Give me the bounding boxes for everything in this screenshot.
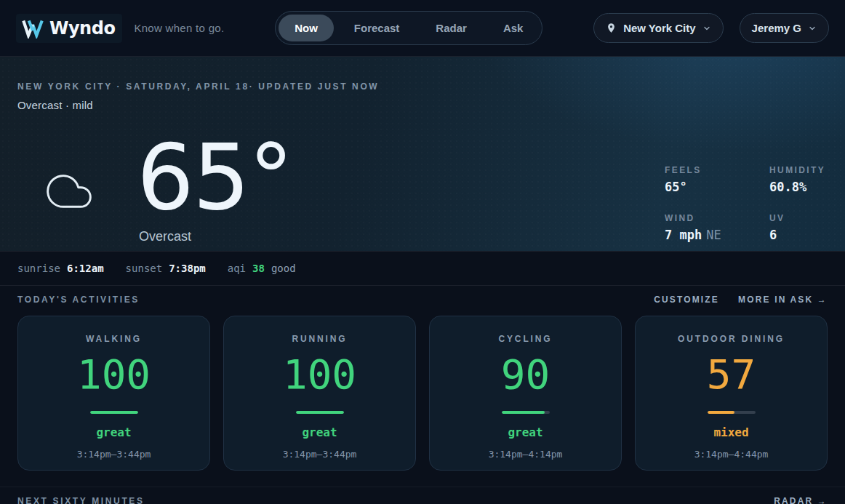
- activity-card-walking[interactable]: WALKING 100 great 3:14pm–3:44pm: [17, 316, 210, 471]
- customize-button[interactable]: CUSTOMIZE: [654, 295, 719, 305]
- location-label: New York City: [623, 22, 695, 34]
- nav-tab-group: Now Forecast Radar Ask: [275, 11, 542, 45]
- activity-card-outdoor-dining[interactable]: OUTDOOR DINING 57 mixed 3:14pm–4:44pm: [635, 316, 828, 471]
- aqi-status: good: [271, 263, 296, 274]
- stat-value: 6: [769, 228, 826, 242]
- current-conditions-panel: NEW YORK CITY · SATURDAY, APRIL 18· UPDA…: [0, 57, 845, 251]
- brand-tagline: Know when to go.: [134, 22, 224, 34]
- stat-label: UV: [769, 213, 826, 223]
- wyndo-w-icon: [22, 18, 44, 39]
- activity-score: 57: [707, 354, 756, 395]
- activity-status: great: [96, 425, 131, 439]
- top-nav-bar: Wyndo Know when to go. Now Forecast Rada…: [0, 0, 845, 57]
- location-selector[interactable]: New York City: [593, 13, 723, 43]
- stat-value: 60.8%: [769, 180, 826, 194]
- activities-title: TODAY'S ACTIVITIES: [17, 295, 140, 305]
- current-temperature: 65°: [137, 136, 292, 219]
- wind-direction: NE: [706, 228, 721, 242]
- aqi-value: 38: [252, 263, 265, 274]
- radar-link[interactable]: RADAR →: [774, 496, 828, 504]
- activity-name: RUNNING: [292, 334, 347, 344]
- sunrise-item: sunrise 6:12am: [17, 263, 104, 274]
- stats-grid: FEELS 65° HUMIDITY 60.8% WIND 7 mphNE UV…: [665, 165, 826, 244]
- activity-window: 3:14pm–4:14pm: [489, 449, 563, 460]
- brand-name: Wyndo: [49, 18, 115, 39]
- temperature-block: 65° Overcast: [137, 136, 292, 244]
- brand-area: Wyndo Know when to go.: [16, 14, 224, 43]
- activity-status: mixed: [713, 425, 748, 439]
- score-bar: [90, 411, 138, 414]
- stat-feels: FEELS 65°: [665, 165, 746, 197]
- user-label: Jeremy G: [752, 22, 801, 34]
- score-bar: [502, 411, 550, 414]
- score-bar-fill: [708, 411, 735, 414]
- activity-card-cycling[interactable]: CYCLING 90 great 3:14pm–4:14pm: [429, 316, 622, 471]
- sun-aqi-strip: sunrise 6:12am sunset 7:38pm aqi 38 good: [0, 251, 845, 286]
- activity-window: 3:14pm–3:44pm: [77, 449, 151, 460]
- activity-status: great: [302, 425, 337, 439]
- sunrise-label: sunrise: [17, 263, 60, 274]
- activity-name: WALKING: [86, 334, 142, 344]
- activity-cards-row: WALKING 100 great 3:14pm–3:44pm RUNNING …: [17, 316, 828, 471]
- stat-uv: UV 6: [769, 213, 826, 245]
- conditions-summary: Overcast · mild: [17, 99, 828, 111]
- stat-label: WIND: [665, 213, 746, 223]
- aqi-label: aqi: [228, 263, 246, 274]
- score-bar: [296, 411, 344, 414]
- tab-radar[interactable]: Radar: [420, 15, 483, 41]
- next-sixty-minutes-title: NEXT SIXTY MINUTES: [17, 496, 145, 504]
- stat-wind: WIND 7 mphNE: [665, 213, 746, 245]
- brand-logo[interactable]: Wyndo: [16, 14, 122, 43]
- next-section-header: NEXT SIXTY MINUTES RADAR →: [0, 487, 845, 504]
- score-bar: [708, 411, 756, 414]
- activity-window: 3:14pm–3:44pm: [283, 449, 357, 460]
- temperature-row: 65° Overcast FEELS 65° HUMIDITY 60.8% WI…: [17, 136, 828, 244]
- sunset-label: sunset: [126, 263, 163, 274]
- sunset-value: 7:38pm: [169, 263, 206, 274]
- aqi-item: aqi 38 good: [228, 263, 296, 274]
- tab-ask[interactable]: Ask: [487, 15, 540, 41]
- activity-score: 100: [283, 354, 356, 395]
- stat-label: HUMIDITY: [769, 165, 826, 175]
- more-in-ask-link[interactable]: MORE IN ASK →: [738, 295, 828, 305]
- activities-header: TODAY'S ACTIVITIES CUSTOMIZE MORE IN ASK…: [0, 286, 845, 305]
- sunrise-value: 6:12am: [67, 263, 104, 274]
- activity-window: 3:14pm–4:44pm: [694, 449, 769, 460]
- score-bar-fill: [296, 411, 344, 414]
- score-bar-fill: [90, 411, 138, 414]
- location-date-meta: NEW YORK CITY · SATURDAY, APRIL 18· UPDA…: [17, 81, 828, 92]
- activity-score: 100: [77, 354, 151, 395]
- user-menu[interactable]: Jeremy G: [740, 13, 829, 43]
- activity-score: 90: [501, 354, 550, 395]
- stat-value: 7 mphNE: [665, 228, 746, 242]
- stat-value: 65°: [665, 180, 746, 194]
- activity-name: CYCLING: [498, 334, 552, 344]
- tab-forecast[interactable]: Forecast: [338, 15, 416, 41]
- stat-label: FEELS: [665, 165, 746, 175]
- score-bar-fill: [502, 411, 545, 414]
- activities-links: CUSTOMIZE MORE IN ASK →: [654, 295, 828, 305]
- activity-status: great: [508, 425, 542, 439]
- nav-right-controls: New York City Jeremy G: [593, 13, 829, 43]
- activity-card-running[interactable]: RUNNING 100 great 3:14pm–3:44pm: [223, 316, 416, 471]
- condition-label: Overcast: [137, 229, 292, 244]
- activity-name: OUTDOOR DINING: [678, 334, 785, 344]
- cloud-icon: [38, 168, 100, 215]
- chevron-down-icon: [808, 24, 817, 33]
- tab-now[interactable]: Now: [279, 15, 334, 41]
- chevron-down-icon: [702, 24, 711, 33]
- map-pin-icon: [606, 23, 617, 33]
- sunset-item: sunset 7:38pm: [126, 263, 206, 274]
- stat-humidity: HUMIDITY 60.8%: [769, 165, 826, 197]
